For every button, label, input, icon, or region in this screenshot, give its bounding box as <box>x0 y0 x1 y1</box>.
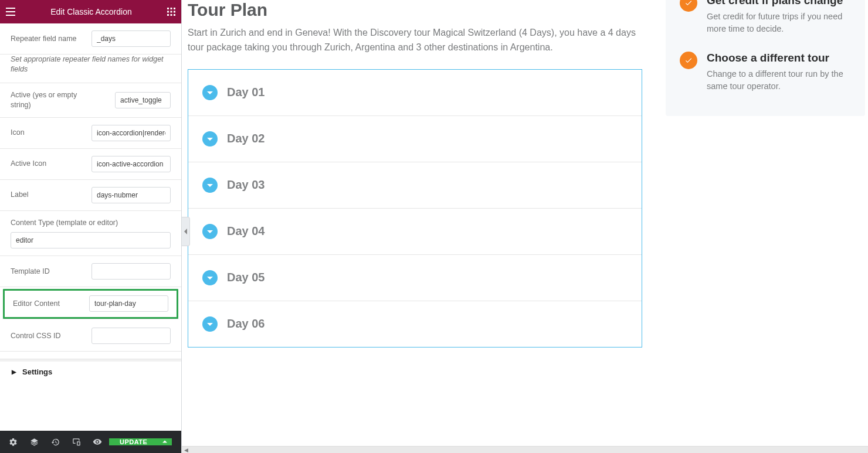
accordion: Day 01 Day 02 Day 03 Day 04 Day 05 <box>188 69 642 348</box>
apps-icon[interactable] <box>167 8 175 16</box>
update-button-group: UPDATE <box>109 438 172 445</box>
control-label: Template ID <box>11 267 50 277</box>
accordion-item[interactable]: Day 03 <box>188 162 642 208</box>
svg-rect-2 <box>6 15 15 16</box>
accordion-item[interactable]: Day 04 <box>188 208 642 254</box>
chevron-down-icon <box>202 316 218 332</box>
accordion-label: Day 04 <box>227 224 265 238</box>
accordion-label: Day 06 <box>227 317 265 331</box>
control-css-id: Control CSS ID <box>0 321 181 352</box>
sidebar-header: Edit Classic Accordion <box>0 0 181 23</box>
accordion-item[interactable]: Day 01 <box>188 70 642 115</box>
active-input[interactable] <box>115 92 171 108</box>
horizontal-scrollbar[interactable]: ◀ <box>182 446 868 453</box>
info-item-title: Get credit if plans change <box>707 0 851 7</box>
editor-content-input[interactable] <box>89 295 168 312</box>
accordion-label: Day 02 <box>227 132 265 145</box>
chevron-down-icon <box>202 270 218 285</box>
layers-icon[interactable] <box>23 431 45 453</box>
control-repeater-field-name: Repeater field name <box>0 23 181 55</box>
accordion-label: Day 05 <box>227 271 265 284</box>
gear-icon[interactable] <box>2 431 23 453</box>
active-icon-input[interactable] <box>91 156 171 172</box>
update-button[interactable]: UPDATE <box>109 438 158 445</box>
svg-rect-4 <box>171 8 172 9</box>
check-icon <box>680 0 697 12</box>
control-label: Content Type (template or editor) <box>11 218 171 228</box>
svg-rect-0 <box>6 8 15 9</box>
info-item: Choose a different tour Change to a diff… <box>680 43 851 101</box>
eye-icon[interactable] <box>87 431 108 453</box>
control-active-icon: Active Icon <box>0 149 181 180</box>
tour-plan-lead: Start in Zurich and end in Geneva! With … <box>188 26 642 55</box>
tour-plan-section: Tour Plan Start in Zurich and end in Gen… <box>188 0 642 348</box>
responsive-icon[interactable] <box>66 431 87 453</box>
control-hint: Set appropriate repeater field names for… <box>0 55 181 83</box>
accordion-item[interactable]: Day 02 <box>188 115 642 162</box>
control-label: Active Icon <box>11 159 46 169</box>
chevron-down-icon <box>202 178 218 193</box>
info-item-desc: Change to a different tour run by the sa… <box>707 68 851 93</box>
control-icon: Icon <box>0 118 181 149</box>
info-card: Get credit if plans change Get credit fo… <box>666 0 865 116</box>
caret-right-icon: ▶ <box>12 369 16 375</box>
svg-rect-11 <box>174 14 175 16</box>
control-css-id-input[interactable] <box>91 328 171 344</box>
icon-input[interactable] <box>91 125 171 141</box>
info-item-title: Choose a different tour <box>707 52 851 64</box>
control-label: Icon <box>11 128 25 138</box>
accordion-label: Day 01 <box>227 86 265 99</box>
svg-rect-3 <box>167 8 169 9</box>
chevron-down-icon <box>202 85 218 100</box>
scroll-left-icon[interactable]: ◀ <box>182 447 190 453</box>
section-settings-label: Settings <box>22 367 52 376</box>
accordion-item[interactable]: Day 06 <box>188 301 642 347</box>
label-field-input[interactable] <box>91 187 171 203</box>
chevron-left-icon <box>184 229 188 234</box>
info-item: Get credit if plans change Get credit fo… <box>680 0 851 43</box>
update-options-button[interactable] <box>158 438 172 445</box>
info-item-desc: Get credit for future trips if you need … <box>707 11 851 35</box>
svg-rect-6 <box>167 11 169 13</box>
control-label-field: Label <box>0 180 181 211</box>
control-template-id: Template ID <box>0 256 181 287</box>
template-id-input[interactable] <box>91 263 171 280</box>
control-label: Label <box>11 190 29 200</box>
svg-rect-8 <box>174 11 175 13</box>
repeater-field-name-input[interactable] <box>91 30 171 47</box>
svg-rect-10 <box>171 14 172 16</box>
sidebar-title: Edit Classic Accordion <box>15 7 167 16</box>
accordion-item[interactable]: Day 05 <box>188 254 642 301</box>
sidebar-body: Repeater field name Set appropriate repe… <box>0 23 181 431</box>
control-content-type: Content Type (template or editor) <box>0 211 181 257</box>
editor-sidebar: Edit Classic Accordion Repeater field na… <box>0 0 182 453</box>
panel-collapse-handle[interactable] <box>182 217 190 246</box>
check-icon <box>680 52 697 69</box>
accordion-label: Day 03 <box>227 178 265 192</box>
sidebar-footer: UPDATE <box>0 431 181 453</box>
svg-rect-1 <box>6 11 15 12</box>
control-label: Repeater field name <box>11 34 77 44</box>
control-label: Editor Content <box>13 299 60 309</box>
svg-rect-7 <box>171 11 172 13</box>
control-active: Active (yes or empty string) <box>0 83 181 118</box>
control-editor-content: Editor Content <box>2 288 179 319</box>
history-icon[interactable] <box>45 431 66 453</box>
svg-rect-5 <box>174 8 175 9</box>
chevron-down-icon <box>202 131 218 147</box>
tour-plan-title: Tour Plan <box>188 0 642 20</box>
chevron-down-icon <box>202 224 218 239</box>
preview-area: Tour Plan Start in Zurich and end in Gen… <box>182 0 868 447</box>
svg-rect-9 <box>167 14 169 16</box>
section-settings[interactable]: ▶ Settings <box>0 359 181 384</box>
control-label: Active (yes or empty string) <box>11 90 87 110</box>
content-type-input[interactable] <box>11 232 171 248</box>
control-label: Control CSS ID <box>11 331 60 341</box>
menu-icon[interactable] <box>6 8 15 16</box>
